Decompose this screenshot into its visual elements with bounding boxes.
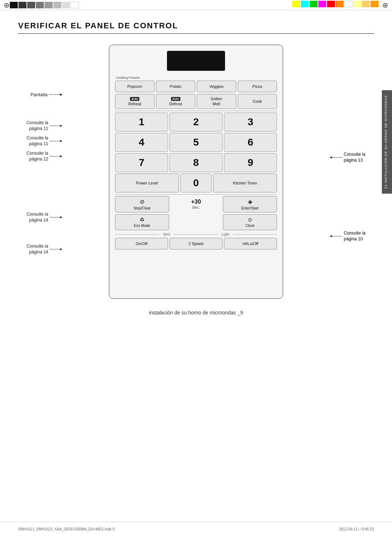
control-panel: Cooking Presets Popcorn Potato Veggies P… <box>109 45 283 299</box>
number-row-3: 7 8 9 <box>115 153 277 172</box>
crosshair-left-icon: ⊕ <box>4 1 10 9</box>
content-area: Pantalla Consulte lapágina 11 Consulte l… <box>18 45 374 299</box>
stop-clear-row: ⊘ Stop/Clear +30 Sec. ◈ Enter/Start <box>115 196 277 212</box>
btn-defrost[interactable]: Auto Defrost <box>156 94 196 109</box>
auto-row: Auto Reheat Auto Defrost SoftenMelt Cook <box>115 94 277 109</box>
color-bar <box>344 1 352 7</box>
label-consulte-p13: Consulte lapágina 13 <box>330 152 366 163</box>
footer-file: SMH1611_SMH1622_XAA_DE68-03898A_EN+MES.i… <box>18 527 114 531</box>
eco-clock-row: ♻ Eco Mode ⊙ Clock <box>115 214 277 230</box>
btn-on-off[interactable]: On/Off <box>115 238 168 249</box>
label-consulte-p12: Consulte lapágina 12 <box>26 151 62 162</box>
color-bar <box>45 2 53 8</box>
btn-clock[interactable]: ⊙ Clock <box>223 214 277 230</box>
color-bar <box>27 2 35 8</box>
label-consulte-p14-1: Consulte lapágina 14 <box>26 212 62 223</box>
color-bar <box>62 2 70 8</box>
panel-wrapper: Cooking Presets Popcorn Potato Veggies P… <box>65 45 327 299</box>
light-label: Light <box>218 232 233 236</box>
color-bar <box>353 1 361 7</box>
btn-enter-start[interactable]: ◈ Enter/Start <box>223 196 277 212</box>
top-bar: ⊕ ⊕ <box>0 0 392 10</box>
btn-veggies[interactable]: Veggies <box>197 81 236 92</box>
color-bar <box>53 2 61 8</box>
color-bar <box>310 1 318 7</box>
color-bar <box>10 2 18 8</box>
number-row-1: 1 2 3 <box>115 113 277 131</box>
color-bar <box>327 1 335 7</box>
btn-4[interactable]: 4 <box>115 133 168 152</box>
plus30-unit: Sec. <box>192 205 200 209</box>
btn-potato[interactable]: Potato <box>156 81 196 92</box>
btn-9[interactable]: 9 <box>224 153 277 172</box>
btn-0[interactable]: 0 <box>180 174 212 192</box>
vent-light-container: Vent Light On/Off 2 Speed Hi/Lo/O <box>115 232 277 249</box>
clock-icon: ⊙ <box>248 217 252 223</box>
stop-clear-icon: ⊘ <box>140 198 144 205</box>
cooking-presets-label: Cooking Presets <box>116 76 277 80</box>
crosshair-right-icon: ⊕ <box>382 1 388 9</box>
color-bar <box>36 2 44 8</box>
btn-power-level[interactable]: Power Level <box>115 174 179 192</box>
auto-badge-reheat: Auto <box>130 97 139 101</box>
color-bar <box>371 1 379 7</box>
btn-popcorn[interactable]: Popcorn <box>115 81 155 92</box>
main-page: VERIFICAR EL PANEL DE CONTROL 01 INSTALA… <box>0 10 392 323</box>
btn-7[interactable]: 7 <box>115 153 168 172</box>
label-pantalla: Pantalla <box>30 92 62 97</box>
enter-start-icon: ◈ <box>248 198 252 205</box>
label-consulte-p11-2: Consulte lapágina 11 <box>26 135 62 147</box>
color-bars-right: ⊕ <box>292 1 388 9</box>
btn-8[interactable]: 8 <box>170 153 222 172</box>
label-consulte-p10: Consulte lapágina 10 <box>330 231 366 242</box>
btn-kitchen-timer[interactable]: Kitchen Timer <box>213 174 277 192</box>
color-bar <box>71 2 79 8</box>
presets-row: Popcorn Potato Veggies Pizza <box>115 81 277 92</box>
btn-stop-clear[interactable]: ⊘ Stop/Clear <box>115 196 169 212</box>
btn-hi-lo-off[interactable]: Hi/Lo/Off <box>224 238 277 249</box>
left-labels: Pantalla Consulte lapágina 11 Consulte l… <box>18 45 65 299</box>
btn-pizza[interactable]: Pizza <box>238 81 277 92</box>
page-footer: SMH1611_SMH1622_XAA_DE68-03898A_EN+MES.i… <box>0 522 392 534</box>
number-row-2: 4 5 6 <box>115 133 277 152</box>
eco-mode-icon: ♻ <box>140 217 144 223</box>
btn-3[interactable]: 3 <box>224 113 277 131</box>
right-labels: Consulte lapágina 13 Consulte lapágina 1… <box>327 45 374 299</box>
footer-date: 2012-09-11 □ 9:46:23 <box>339 527 374 531</box>
footer-text: instalación de su horno de microondas _9 <box>18 310 374 316</box>
color-bar <box>292 1 300 7</box>
color-bar <box>318 1 326 7</box>
display-screen <box>167 51 225 71</box>
color-bar <box>362 1 370 7</box>
label-consulte-p11-1: Consulte lapágina 11 <box>26 120 62 131</box>
color-bar <box>301 1 309 7</box>
btn-reheat[interactable]: Auto Reheat <box>115 94 155 109</box>
power-0-timer-row: Power Level 0 Kitchen Timer <box>115 174 277 192</box>
btn-2[interactable]: 2 <box>170 113 222 131</box>
btn-6[interactable]: 6 <box>224 133 277 152</box>
vent-label: Vent <box>159 232 173 236</box>
side-tab: 01 INSTALACIÓN DE SU HORNO DE MICROONDAS <box>382 90 392 194</box>
btn-2-speed[interactable]: 2 Speed <box>170 238 222 249</box>
plus30-value: +30 <box>191 199 201 205</box>
color-bar <box>336 1 344 7</box>
color-bars-left <box>10 2 79 8</box>
btn-soften-melt[interactable]: SoftenMelt <box>197 94 236 109</box>
auto-badge-defrost: Auto <box>171 97 180 101</box>
btn-cook[interactable]: Cook <box>238 94 277 109</box>
btn-1[interactable]: 1 <box>115 113 168 131</box>
btn-eco-mode[interactable]: ♻ Eco Mode <box>115 214 169 230</box>
btn-5[interactable]: 5 <box>170 133 222 152</box>
color-bar <box>19 2 26 8</box>
label-consulte-p14-2: Consulte lapágina 14 <box>26 244 62 255</box>
vent-buttons-row: On/Off 2 Speed Hi/Lo/Off <box>115 238 277 249</box>
page-title: VERIFICAR EL PANEL DE CONTROL <box>18 21 374 34</box>
